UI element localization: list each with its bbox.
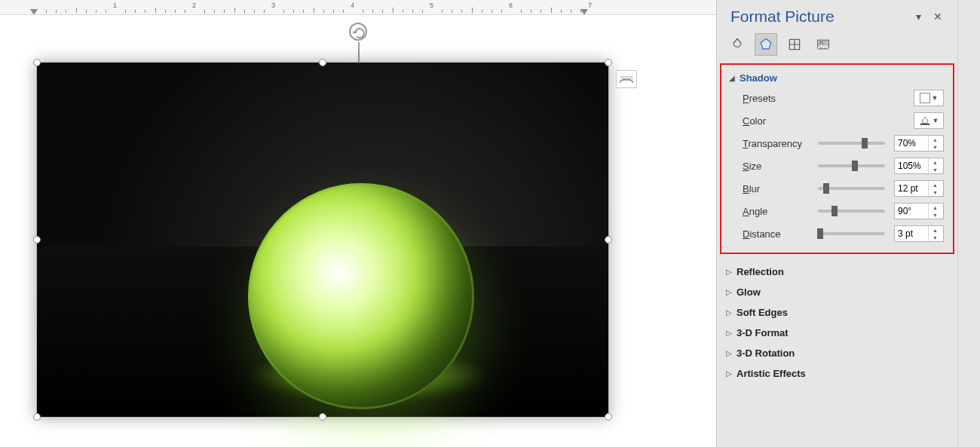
shadow-presets-dropdown[interactable]: ▼: [914, 90, 944, 106]
blur-spinner[interactable]: ▲▼: [894, 180, 944, 197]
size-input[interactable]: [895, 158, 928, 173]
ruler-number: 3: [271, 2, 275, 9]
resize-handle[interactable]: [605, 413, 612, 421]
size-label: Size: [743, 161, 809, 172]
angle-slider[interactable]: [818, 210, 885, 213]
ruler-number: 6: [509, 2, 513, 9]
horizontal-ruler: 1234567: [0, 0, 716, 15]
transparency-label: Transparency: [743, 138, 809, 149]
transparency-input[interactable]: [895, 136, 928, 151]
distance-input[interactable]: [895, 226, 928, 241]
section-glow-toggle[interactable]: ▷Glow: [723, 282, 951, 302]
blur-input[interactable]: [895, 181, 928, 196]
spin-up-icon[interactable]: ▲: [929, 136, 942, 143]
spin-up-icon[interactable]: ▲: [929, 226, 942, 234]
spin-down-icon[interactable]: ▼: [929, 143, 942, 151]
spin-down-icon[interactable]: ▼: [929, 234, 942, 241]
distance-slider[interactable]: [818, 232, 885, 235]
svg-marker-0: [761, 39, 770, 49]
resize-handle[interactable]: [319, 59, 326, 66]
resize-handle[interactable]: [605, 236, 612, 243]
presets-label: Presets: [743, 93, 809, 104]
expand-triangle-icon: ▷: [726, 349, 732, 357]
section-soft-edges-toggle[interactable]: ▷Soft Edges: [723, 302, 951, 323]
blur-slider[interactable]: [818, 187, 885, 190]
angle-spinner[interactable]: ▲▼: [894, 203, 944, 219]
document-canvas[interactable]: 1234567: [0, 0, 717, 447]
angle-label: Angle: [743, 206, 809, 217]
resize-handle[interactable]: [33, 59, 41, 66]
size-spinner[interactable]: ▲▼: [894, 158, 944, 174]
format-picture-pane: Format Picture ▾ ✕ ◢ Shadow Presets: [717, 0, 957, 447]
panel-tabs: [717, 29, 957, 63]
section-3-d-rotation-toggle[interactable]: ▷3-D Rotation: [723, 343, 951, 363]
ruler-number: 1: [113, 2, 117, 9]
section-3-d-format-toggle[interactable]: ▷3-D Format: [723, 323, 951, 343]
svg-point-3: [820, 42, 822, 44]
transparency-spinner[interactable]: ▲▼: [894, 135, 944, 152]
ruler-number: 5: [430, 2, 433, 9]
shadow-color-dropdown[interactable]: ▼: [914, 112, 944, 129]
panel-options-button[interactable]: ▾: [911, 11, 926, 23]
spin-up-icon[interactable]: ▲: [929, 158, 942, 166]
ruler-number: 2: [192, 2, 196, 9]
tab-picture[interactable]: [812, 33, 835, 56]
resize-handle[interactable]: [33, 236, 41, 243]
distance-label: Distance: [743, 228, 809, 240]
indent-right-marker[interactable]: [580, 9, 588, 15]
spin-up-icon[interactable]: ▲: [929, 204, 942, 211]
vertical-scrollbar-gutter[interactable]: [957, 0, 980, 447]
spin-down-icon[interactable]: ▼: [929, 211, 942, 219]
ruler-number: 7: [588, 2, 592, 9]
expand-triangle-icon: ▷: [726, 288, 732, 296]
blur-label: Blur: [743, 183, 809, 194]
picture-content: [37, 63, 608, 417]
size-slider[interactable]: [818, 164, 885, 167]
collapse-triangle-icon: ◢: [729, 74, 735, 82]
indent-left-marker[interactable]: [30, 9, 38, 15]
shadow-section-highlight: ◢ Shadow Presets ▼ Color ▼ Transparency: [720, 63, 954, 254]
expand-triangle-icon: ▷: [726, 308, 732, 317]
resize-handle[interactable]: [319, 413, 326, 421]
resize-handle[interactable]: [33, 413, 41, 421]
expand-triangle-icon: ▷: [726, 369, 732, 378]
svg-rect-4: [920, 124, 929, 125]
selected-picture[interactable]: [36, 62, 609, 418]
color-label: Color: [743, 115, 809, 127]
spin-up-icon[interactable]: ▲: [929, 181, 942, 188]
resize-handle[interactable]: [605, 59, 612, 66]
tab-effects[interactable]: [755, 33, 777, 56]
ruler-number: 4: [351, 2, 354, 9]
tab-fill-line[interactable]: [726, 33, 749, 56]
rotate-handle-icon[interactable]: [349, 23, 367, 41]
transparency-slider[interactable]: [818, 142, 885, 145]
section-artistic-effects-toggle[interactable]: ▷Artistic Effects: [723, 363, 951, 384]
distance-spinner[interactable]: ▲▼: [894, 225, 944, 242]
section-reflection-toggle[interactable]: ▷Reflection: [723, 262, 951, 282]
panel-close-button[interactable]: ✕: [929, 11, 947, 23]
tab-size-properties[interactable]: [783, 33, 806, 56]
expand-triangle-icon: ▷: [726, 329, 732, 337]
layout-options-button[interactable]: [616, 70, 637, 88]
expand-triangle-icon: ▷: [726, 268, 732, 276]
spin-down-icon[interactable]: ▼: [929, 188, 942, 196]
spin-down-icon[interactable]: ▼: [929, 166, 942, 173]
angle-input[interactable]: [895, 204, 928, 219]
panel-title: Format Picture: [730, 8, 835, 26]
section-shadow-toggle[interactable]: ◢ Shadow: [726, 69, 948, 87]
